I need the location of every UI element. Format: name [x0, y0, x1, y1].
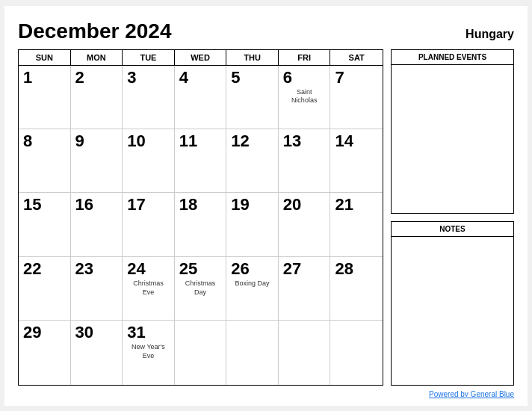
day-number: 8 — [23, 132, 66, 150]
weekday-header-wed: WED — [175, 50, 227, 65]
cal-cell-empty-33 — [279, 321, 331, 384]
cal-cell-22: 22 — [19, 257, 71, 321]
cal-cell-1: 1 — [19, 66, 71, 129]
header: December 2024 Hungary — [18, 19, 514, 43]
day-number: 9 — [75, 132, 118, 150]
cal-cell-29: 29 — [19, 321, 71, 384]
planned-events-box: PLANNED EVENTS — [391, 49, 514, 214]
day-number: 10 — [127, 132, 170, 150]
cal-cell-12: 12 — [226, 129, 279, 193]
weekday-header-fri: FRI — [279, 50, 331, 65]
calendar: SUNMONTUEWEDTHUFRISAT 123456Saint Nichol… — [18, 49, 383, 386]
calendar-body: 123456Saint Nicholas78910111213141516171… — [19, 66, 383, 385]
cal-cell-5: 5 — [226, 66, 279, 129]
cal-cell-23: 23 — [71, 257, 123, 321]
cal-cell-11: 11 — [175, 129, 227, 193]
cal-cell-2: 2 — [71, 66, 123, 129]
day-number: 28 — [335, 260, 378, 278]
sidebar: PLANNED EVENTS NOTES — [391, 49, 514, 386]
cal-cell-4: 4 — [175, 66, 227, 129]
day-number: 21 — [335, 196, 378, 214]
day-number: 27 — [283, 260, 326, 278]
day-number: 14 — [335, 132, 378, 150]
cal-cell-3: 3 — [123, 66, 175, 129]
day-number: 25 — [179, 260, 222, 278]
cal-cell-21: 21 — [330, 193, 383, 256]
day-number: 19 — [231, 196, 273, 214]
day-number: 2 — [75, 69, 118, 87]
notes-box: NOTES — [391, 221, 514, 386]
cal-cell-16: 16 — [71, 193, 123, 256]
cal-cell-30: 30 — [71, 321, 123, 384]
day-number: 11 — [179, 132, 222, 150]
notes-content — [392, 237, 513, 385]
cal-cell-10: 10 — [123, 129, 175, 193]
day-number: 1 — [23, 69, 66, 87]
cal-cell-empty-32 — [226, 321, 279, 384]
cal-cell-13: 13 — [279, 129, 331, 193]
day-number: 26 — [231, 260, 273, 278]
cal-cell-18: 18 — [175, 193, 227, 256]
day-number: 20 — [283, 196, 326, 214]
day-number: 23 — [75, 260, 118, 278]
day-event: Saint Nicholas — [283, 88, 326, 105]
planned-events-title: PLANNED EVENTS — [392, 50, 513, 65]
cal-cell-20: 20 — [279, 193, 331, 256]
weekday-header-mon: MON — [71, 50, 123, 65]
day-event: Christmas Day — [179, 279, 222, 297]
day-event: Christmas Eve — [127, 279, 170, 297]
cal-cell-28: 28 — [330, 257, 383, 321]
cal-cell-9: 9 — [71, 129, 123, 193]
cal-cell-25: 25Christmas Day — [175, 257, 227, 321]
cal-cell-8: 8 — [19, 129, 71, 193]
page: December 2024 Hungary SUNMONTUEWEDTHUFRI… — [4, 6, 528, 406]
planned-events-content — [392, 65, 513, 213]
day-number: 22 — [23, 260, 66, 278]
day-number: 15 — [23, 196, 66, 214]
cal-cell-17: 17 — [123, 193, 175, 256]
weekday-header-sun: SUN — [19, 50, 71, 65]
cal-cell-14: 14 — [330, 129, 383, 193]
day-number: 24 — [127, 260, 170, 278]
day-number: 16 — [75, 196, 118, 214]
cal-cell-empty-31 — [175, 321, 227, 384]
day-number: 4 — [179, 69, 222, 87]
cal-cell-31: 31New Year's Eve — [123, 321, 175, 384]
day-number: 6 — [283, 69, 326, 87]
cal-cell-15: 15 — [19, 193, 71, 256]
cal-cell-26: 26Boxing Day — [226, 257, 279, 321]
day-number: 18 — [179, 196, 222, 214]
day-number: 29 — [23, 324, 66, 342]
day-number: 12 — [231, 132, 273, 150]
country-label: Hungary — [466, 28, 514, 41]
weekday-header-tue: TUE — [123, 50, 175, 65]
weekday-header-sat: SAT — [330, 50, 383, 65]
day-number: 7 — [335, 69, 378, 87]
day-event: Boxing Day — [231, 279, 273, 288]
day-number: 31 — [127, 324, 170, 342]
powered-by-link[interactable]: Powered by General Blue — [429, 390, 514, 398]
day-number: 3 — [127, 69, 170, 87]
cal-cell-6: 6Saint Nicholas — [279, 66, 331, 129]
calendar-header: SUNMONTUEWEDTHUFRISAT — [19, 50, 383, 66]
footer: Powered by General Blue — [18, 390, 514, 398]
cal-cell-7: 7 — [330, 66, 383, 129]
day-number: 13 — [283, 132, 326, 150]
cal-cell-19: 19 — [226, 193, 279, 256]
weekday-header-thu: THU — [226, 50, 279, 65]
notes-title: NOTES — [392, 222, 513, 237]
cal-cell-27: 27 — [279, 257, 331, 321]
cal-cell-empty-34 — [330, 321, 383, 384]
page-title: December 2024 — [18, 19, 171, 43]
main-area: SUNMONTUEWEDTHUFRISAT 123456Saint Nichol… — [18, 49, 514, 386]
day-number: 5 — [231, 69, 273, 87]
day-event: New Year's Eve — [127, 343, 170, 360]
cal-cell-24: 24Christmas Eve — [123, 257, 175, 321]
day-number: 30 — [75, 324, 118, 342]
day-number: 17 — [127, 196, 170, 214]
